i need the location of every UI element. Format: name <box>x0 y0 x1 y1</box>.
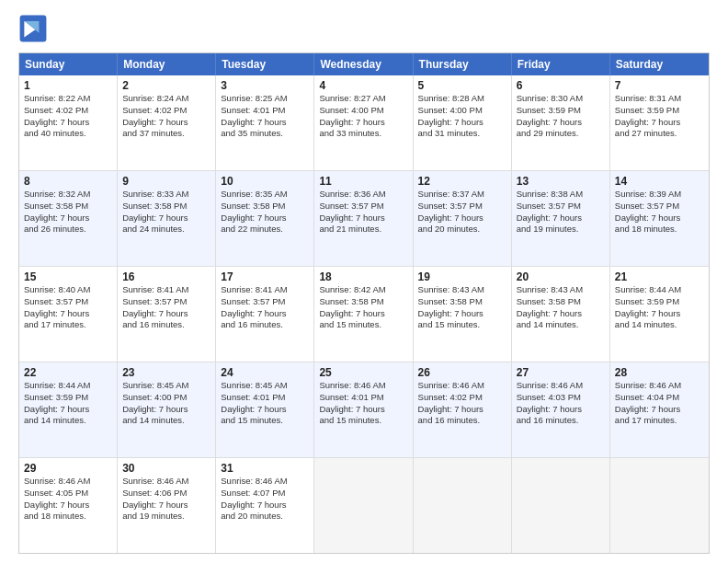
day-number: 25 <box>319 366 407 379</box>
cell-line: Daylight: 7 hours <box>24 117 112 129</box>
day-number: 29 <box>24 462 112 475</box>
cal-cell-day-24: 24Sunrise: 8:45 AMSunset: 4:01 PMDayligh… <box>216 362 314 457</box>
cal-cell-day-14: 14Sunrise: 8:39 AMSunset: 3:57 PMDayligh… <box>610 171 709 266</box>
cell-line: and 27 minutes. <box>615 128 704 140</box>
cell-line: and 24 minutes. <box>122 224 210 236</box>
calendar-row-1: 8Sunrise: 8:32 AMSunset: 3:58 PMDaylight… <box>19 170 709 266</box>
cal-cell-day-4: 4Sunrise: 8:27 AMSunset: 4:00 PMDaylight… <box>314 75 413 170</box>
day-number: 15 <box>24 270 112 283</box>
cell-line: Sunrise: 8:41 AM <box>221 284 309 296</box>
cell-line: Sunset: 4:00 PM <box>319 105 407 117</box>
cell-line: Sunset: 4:00 PM <box>418 105 506 117</box>
cell-line: Sunrise: 8:46 AM <box>24 476 112 488</box>
cell-line: and 14 minutes. <box>615 319 704 331</box>
cal-cell-day-6: 6Sunrise: 8:30 AMSunset: 3:59 PMDaylight… <box>512 75 610 170</box>
cal-cell-empty <box>512 458 610 553</box>
header-day-wednesday: Wednesday <box>314 53 413 75</box>
page: SundayMondayTuesdayWednesdayThursdayFrid… <box>0 0 728 563</box>
cell-line: and 31 minutes. <box>418 128 506 140</box>
cell-line: and 18 minutes. <box>24 511 112 523</box>
cell-line: and 20 minutes. <box>221 511 309 523</box>
cell-line: Sunrise: 8:36 AM <box>319 189 407 201</box>
header <box>18 14 710 43</box>
cal-cell-day-29: 29Sunrise: 8:46 AMSunset: 4:05 PMDayligh… <box>19 458 118 553</box>
cal-cell-day-20: 20Sunrise: 8:43 AMSunset: 3:58 PMDayligh… <box>512 267 610 362</box>
calendar-row-2: 15Sunrise: 8:40 AMSunset: 3:57 PMDayligh… <box>19 266 709 362</box>
cell-line: and 26 minutes. <box>24 224 112 236</box>
cal-cell-empty <box>414 458 512 553</box>
cell-line: Sunrise: 8:40 AM <box>24 284 112 296</box>
cell-line: Daylight: 7 hours <box>615 308 704 320</box>
day-number: 30 <box>122 462 210 475</box>
day-number: 17 <box>221 270 309 283</box>
cal-cell-day-13: 13Sunrise: 8:38 AMSunset: 3:57 PMDayligh… <box>512 171 610 266</box>
cell-line: Sunrise: 8:35 AM <box>221 189 309 201</box>
cell-line: Daylight: 7 hours <box>319 308 407 320</box>
cell-line: and 16 minutes. <box>221 319 309 331</box>
cell-line: and 35 minutes. <box>221 128 309 140</box>
cell-line: Sunset: 4:01 PM <box>221 105 309 117</box>
header-day-tuesday: Tuesday <box>216 53 314 75</box>
cell-line: Sunrise: 8:30 AM <box>517 93 605 105</box>
day-number: 1 <box>24 79 112 92</box>
cell-line: and 16 minutes. <box>418 415 506 427</box>
cell-line: and 21 minutes. <box>319 224 407 236</box>
cell-line: Sunset: 4:04 PM <box>615 392 704 404</box>
calendar-row-0: 1Sunrise: 8:22 AMSunset: 4:02 PMDaylight… <box>19 75 709 170</box>
cell-line: Sunrise: 8:46 AM <box>221 476 309 488</box>
cell-line: and 17 minutes. <box>615 415 704 427</box>
cell-line: and 19 minutes. <box>517 224 605 236</box>
cell-line: Daylight: 7 hours <box>24 213 112 224</box>
cal-cell-empty <box>314 458 413 553</box>
cell-line: and 14 minutes. <box>122 415 210 427</box>
cell-line: Daylight: 7 hours <box>418 117 506 129</box>
cell-line: Daylight: 7 hours <box>319 404 407 416</box>
cell-line: Sunset: 3:58 PM <box>517 296 605 308</box>
cell-line: Sunset: 4:00 PM <box>122 392 210 404</box>
cell-line: Daylight: 7 hours <box>418 404 506 416</box>
cell-line: Daylight: 7 hours <box>221 117 309 129</box>
cal-cell-day-19: 19Sunrise: 8:43 AMSunset: 3:58 PMDayligh… <box>414 267 512 362</box>
cell-line: Sunset: 4:01 PM <box>221 392 309 404</box>
day-number: 18 <box>319 270 407 283</box>
cell-line: Sunrise: 8:22 AM <box>24 93 112 105</box>
cell-line: Sunset: 3:59 PM <box>615 105 704 117</box>
header-day-friday: Friday <box>512 53 610 75</box>
cell-line: Sunrise: 8:38 AM <box>517 189 605 201</box>
cell-line: Daylight: 7 hours <box>122 213 210 224</box>
day-number: 19 <box>418 270 506 283</box>
cell-line: Sunset: 3:57 PM <box>517 201 605 213</box>
cell-line: Sunrise: 8:28 AM <box>418 93 506 105</box>
calendar-row-4: 29Sunrise: 8:46 AMSunset: 4:05 PMDayligh… <box>19 457 709 553</box>
cell-line: Sunrise: 8:25 AM <box>221 93 309 105</box>
cell-line: and 15 minutes. <box>319 319 407 331</box>
cell-line: Sunset: 3:59 PM <box>517 105 605 117</box>
cell-line: and 14 minutes. <box>24 415 112 427</box>
cell-line: Daylight: 7 hours <box>24 308 112 320</box>
cell-line: Daylight: 7 hours <box>221 213 309 224</box>
day-number: 31 <box>221 462 309 475</box>
cell-line: and 20 minutes. <box>418 224 506 236</box>
cell-line: Sunrise: 8:45 AM <box>122 380 210 392</box>
cell-line: and 22 minutes. <box>221 224 309 236</box>
calendar-header: SundayMondayTuesdayWednesdayThursdayFrid… <box>19 53 709 75</box>
cell-line: and 15 minutes. <box>319 415 407 427</box>
cell-line: Sunrise: 8:33 AM <box>122 189 210 201</box>
cell-line: Daylight: 7 hours <box>221 500 309 511</box>
cell-line: Daylight: 7 hours <box>615 404 704 416</box>
logo-icon <box>18 14 48 43</box>
day-number: 4 <box>319 79 407 92</box>
header-day-saturday: Saturday <box>610 53 709 75</box>
cell-line: Sunrise: 8:44 AM <box>615 284 704 296</box>
cell-line: Sunset: 4:02 PM <box>122 105 210 117</box>
cell-line: Daylight: 7 hours <box>517 404 605 416</box>
cell-line: Sunrise: 8:43 AM <box>418 284 506 296</box>
cell-line: Sunset: 3:58 PM <box>319 296 407 308</box>
day-number: 16 <box>122 270 210 283</box>
cell-line: Daylight: 7 hours <box>221 308 309 320</box>
cell-line: Daylight: 7 hours <box>615 213 704 224</box>
cell-line: Daylight: 7 hours <box>122 117 210 129</box>
cal-cell-day-30: 30Sunrise: 8:46 AMSunset: 4:06 PMDayligh… <box>118 458 216 553</box>
cell-line: Sunrise: 8:32 AM <box>24 189 112 201</box>
day-number: 3 <box>221 79 309 92</box>
